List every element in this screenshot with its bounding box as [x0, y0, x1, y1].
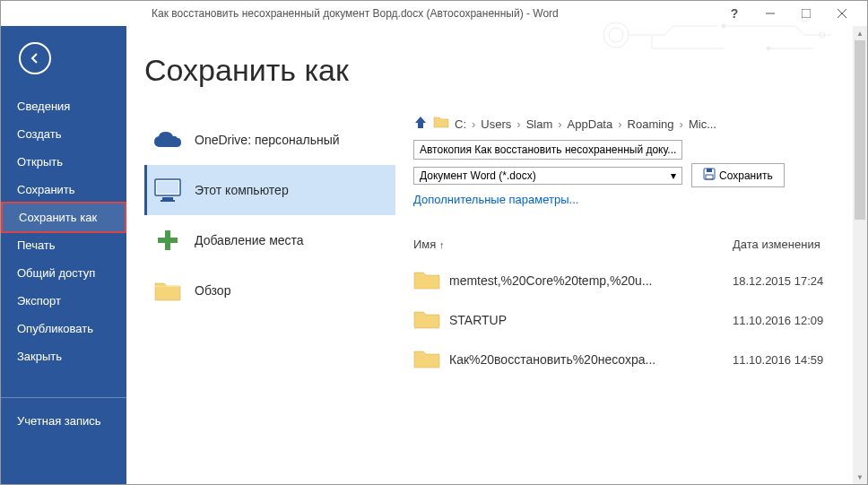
svg-rect-13 [161, 200, 175, 202]
place-label: OneDrive: персональный [195, 133, 386, 147]
file-name: Как%20восстановить%20несохра... [449, 352, 724, 367]
up-arrow-icon[interactable] [413, 115, 428, 133]
file-date: 11.10.2016 12:09 [733, 314, 849, 327]
file-name: STARTUP [449, 313, 724, 327]
breadcrumb-part[interactable]: Slam [526, 117, 553, 131]
add-place-icon [153, 226, 182, 255]
svg-rect-18 [706, 175, 713, 179]
svg-rect-12 [162, 197, 173, 200]
save-icon [703, 168, 716, 183]
onedrive-icon [153, 126, 182, 154]
file-date: 11.10.2016 14:59 [733, 353, 849, 367]
folder-small-icon [433, 116, 449, 132]
sidebar-item-export[interactable]: Экспорт [1, 287, 126, 315]
window-controls: ? [716, 1, 860, 26]
file-name: memtest,%20Core%20temp,%20u... [449, 273, 724, 288]
breadcrumb: C:› Users› Slam› AppData› Roaming› Mic..… [413, 115, 849, 133]
place-label: Добавление места [195, 233, 386, 247]
svg-rect-15 [158, 238, 178, 243]
save-button-label: Сохранить [719, 169, 773, 182]
help-button[interactable]: ? [716, 1, 752, 26]
minimize-button[interactable] [752, 1, 788, 26]
file-row[interactable]: Как%20восстановить%20несохра... 11.10.20… [413, 340, 849, 379]
breadcrumb-part[interactable]: Roaming [628, 117, 674, 131]
svg-point-4 [603, 22, 629, 48]
filetype-value: Документ Word (*.docx) [420, 169, 536, 182]
more-options-link[interactable]: Дополнительные параметры... [413, 193, 578, 206]
filename-input[interactable] [413, 140, 682, 160]
sidebar-item-new[interactable]: Создать [1, 120, 126, 148]
breadcrumb-part[interactable]: Mic... [689, 117, 716, 131]
save-button[interactable]: Сохранить [691, 163, 785, 187]
svg-point-8 [820, 32, 825, 38]
file-row[interactable]: STARTUP 11.10.2016 12:09 [413, 300, 849, 340]
close-button[interactable] [824, 1, 860, 26]
scroll-thumb[interactable] [855, 40, 865, 220]
sidebar-item-print[interactable]: Печать [1, 231, 126, 259]
app-title: Как восстановить несохраненный документ … [8, 7, 716, 20]
svg-rect-11 [157, 181, 178, 194]
scroll-down-button[interactable]: ▼ [853, 470, 867, 484]
folder-icon [153, 276, 182, 305]
content-area: Сохранить как OneDrive: персональный Это… [126, 26, 867, 484]
back-button[interactable] [19, 42, 51, 74]
sidebar-item-account[interactable]: Учетная запись [1, 407, 126, 435]
breadcrumb-part[interactable]: Users [481, 117, 511, 131]
sidebar-item-share[interactable]: Общий доступ [1, 259, 126, 287]
backstage-sidebar: Сведения Создать Открыть Сохранить Сохра… [1, 26, 126, 484]
svg-point-7 [767, 47, 770, 50]
svg-rect-1 [802, 9, 811, 18]
file-date: 18.12.2015 17:24 [733, 274, 849, 288]
page-title: Сохранить как [144, 53, 849, 88]
place-label: Этот компьютер [195, 183, 386, 197]
folder-icon [413, 309, 440, 331]
place-onedrive[interactable]: OneDrive: персональный [144, 115, 395, 165]
breadcrumb-part[interactable]: AppData [568, 117, 613, 131]
scroll-up-button[interactable]: ▲ [853, 26, 867, 40]
sidebar-item-save[interactable]: Сохранить [1, 176, 126, 204]
sidebar-item-info[interactable]: Сведения [1, 92, 126, 120]
file-list-header: Имя ↑ Дата изменения [413, 234, 849, 261]
breadcrumb-part[interactable]: C: [455, 117, 466, 131]
place-thispc[interactable]: Этот компьютер [144, 165, 395, 215]
maximize-button[interactable] [788, 1, 824, 26]
folder-icon [413, 270, 440, 291]
sidebar-item-saveas[interactable]: Сохранить как [1, 202, 126, 233]
place-addplace[interactable]: Добавление места [144, 215, 395, 265]
sidebar-item-publish[interactable]: Опубликовать [1, 315, 126, 342]
computer-icon [153, 176, 182, 204]
place-browse[interactable]: Обзор [144, 265, 395, 316]
chevron-down-icon: ▾ [671, 169, 676, 182]
sidebar-item-open[interactable]: Открыть [1, 148, 126, 176]
column-header-date[interactable]: Дата изменения [733, 238, 849, 251]
place-label: Обзор [195, 283, 386, 298]
detail-column: C:› Users› Slam› AppData› Roaming› Mic..… [413, 115, 849, 379]
filetype-select[interactable]: Документ Word (*.docx) ▾ [413, 167, 682, 185]
sidebar-item-close[interactable]: Закрыть [1, 342, 126, 370]
sort-arrow-icon: ↑ [439, 239, 445, 250]
column-header-name[interactable]: Имя ↑ [413, 238, 733, 251]
scrollbar[interactable]: ▲ ▼ [853, 26, 867, 484]
folder-icon [413, 349, 440, 370]
file-row[interactable]: memtest,%20Core%20temp,%20u... 18.12.201… [413, 261, 849, 300]
svg-rect-17 [707, 169, 712, 172]
svg-point-5 [609, 28, 623, 42]
file-list: Имя ↑ Дата изменения memtest,%20Core%20t… [413, 234, 849, 379]
titlebar: Как восстановить несохраненный документ … [1, 1, 867, 26]
places-column: OneDrive: персональный Этот компьютер До… [144, 115, 395, 379]
